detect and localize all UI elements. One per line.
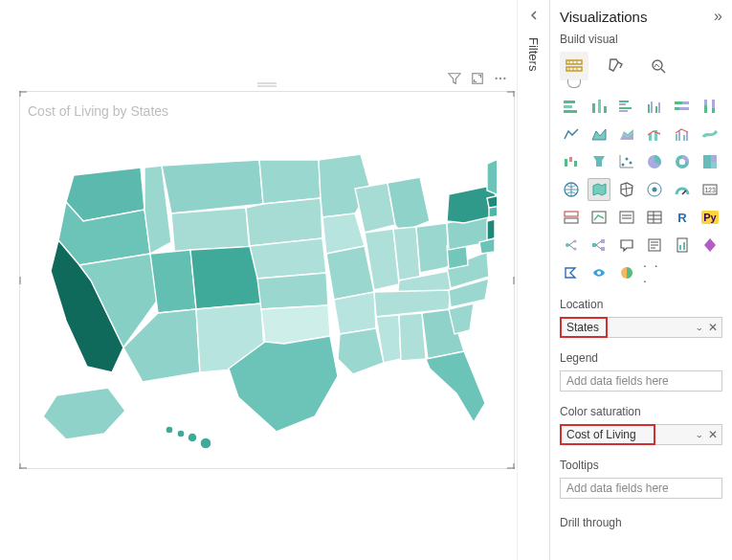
viz-map-icon[interactable] [560,178,583,201]
svg-rect-82 [592,212,606,223]
viz-paginated-report-icon[interactable] [671,234,694,257]
visual-drag-handle[interactable] [20,78,514,92]
viz-slicer-icon[interactable] [615,206,638,229]
viz-filled-map-icon[interactable] [588,178,610,201]
color-sat-value: Cost of Living [566,428,636,441]
svg-point-65 [630,162,632,165]
chevron-down-icon[interactable]: ⌄ [695,323,704,332]
tab-analytics[interactable] [644,52,673,80]
chevron-down-icon[interactable]: ⌄ [695,430,704,439]
svg-line-30 [654,64,656,67]
viz-gauge-icon[interactable] [671,178,694,201]
viz-100stacked-bar-icon[interactable] [671,95,694,118]
viz-line-icon[interactable] [560,123,583,146]
report-canvas[interactable]: Cost of Living by States [0,0,515,560]
tooltips-label: Tooltips [560,459,722,472]
viz-stacked-bar-icon[interactable] [560,95,583,118]
viz-goals-icon[interactable] [588,261,610,284]
svg-point-3 [495,78,497,79]
svg-rect-95 [592,243,596,247]
svg-rect-49 [679,107,689,110]
viz-area-icon[interactable] [588,123,610,146]
filters-pane-collapsed[interactable]: Filters [517,0,549,560]
viz-donut-icon[interactable] [671,150,694,173]
legend-placeholder: Add data fields here [566,374,669,388]
viz-stacked-column-icon[interactable] [588,95,610,118]
remove-field-icon[interactable]: ✕ [708,321,718,334]
state-ar [334,292,376,334]
focus-mode-icon[interactable] [470,71,485,86]
resize-handle[interactable] [505,277,515,284]
svg-point-5 [503,78,505,79]
viz-shape-map-icon[interactable] [615,178,638,201]
viz-pie-icon[interactable] [643,150,666,173]
viz-clustered-column-icon[interactable] [643,95,666,118]
svg-rect-56 [676,134,677,141]
viz-smart-narrative-icon[interactable] [643,234,666,257]
viz-clustered-bar-icon[interactable] [615,95,638,118]
viz-get-more-icon[interactable]: · · · [643,261,666,284]
viz-waterfall-icon[interactable] [560,150,583,173]
viz-qna-icon[interactable] [615,234,638,257]
viz-kpi-icon[interactable] [588,206,610,229]
viz-ribbon-icon[interactable] [699,123,721,146]
tooltips-field-well[interactable]: Add data fields here [560,478,722,499]
state-mt [162,160,263,213]
svg-rect-105 [679,245,681,250]
svg-point-90 [566,243,569,247]
viz-funnel-icon[interactable] [588,150,610,173]
viz-arcgis-icon[interactable] [615,261,638,284]
svg-rect-43 [651,101,653,113]
viz-stacked-area-icon[interactable] [615,123,638,146]
svg-line-77 [682,190,686,194]
tooltips-placeholder: Add data fields here [566,482,669,495]
filled-map-body[interactable] [33,140,500,459]
filter-icon[interactable] [447,71,462,86]
tab-format[interactable] [602,52,631,80]
viz-power-automate-icon[interactable] [560,261,583,284]
state-al [399,313,426,361]
svg-line-99 [596,245,601,249]
visual-toolbar [447,71,508,86]
map-visual[interactable]: Cost of Living by States [19,91,515,469]
viz-card-icon[interactable]: 123 [699,178,721,201]
resize-handle[interactable] [505,461,515,469]
expand-pane-icon[interactable]: » [714,8,722,25]
svg-rect-45 [658,102,660,113]
location-field-well[interactable]: States ⌄ ✕ [560,317,722,338]
svg-point-4 [499,78,501,79]
resize-handle[interactable] [19,277,29,284]
svg-point-17 [177,430,185,437]
svg-rect-41 [619,110,628,112]
viz-table-icon[interactable] [643,206,666,229]
remove-field-icon[interactable]: ✕ [708,428,718,441]
legend-field-well[interactable]: Add data fields here [560,370,722,392]
viz-line-stacked-column-icon[interactable] [643,123,666,146]
more-options-icon[interactable] [493,71,508,86]
viz-py-script-icon[interactable]: Py [699,206,721,229]
svg-rect-72 [711,155,717,162]
viz-multi-row-card-icon[interactable] [560,206,583,229]
state-oh [416,223,449,273]
tab-fields[interactable] [560,52,588,80]
viz-decomposition-tree-icon[interactable] [588,234,610,257]
legend-label: Legend [560,351,722,365]
expand-filters-icon[interactable] [528,10,540,24]
svg-rect-36 [598,100,601,113]
viz-treemap-icon[interactable] [699,150,721,173]
svg-rect-35 [592,103,595,113]
resize-handle[interactable] [19,461,29,469]
svg-text:123: 123 [704,187,716,193]
resize-handle[interactable] [19,91,29,99]
visualizations-pane: Visualizations » Build visual [549,0,732,560]
viz-scatter-icon[interactable] [615,150,638,173]
viz-power-apps-icon[interactable] [699,234,721,257]
viz-100stacked-column-icon[interactable] [699,95,721,118]
svg-point-64 [626,158,629,161]
viz-line-clustered-column-icon[interactable] [671,123,694,146]
viz-azure-map-icon[interactable] [643,178,666,201]
viz-key-influencers-icon[interactable] [560,234,583,257]
viz-r-script-icon[interactable]: R [671,206,694,229]
resize-handle[interactable] [505,91,515,99]
color-sat-field-well[interactable]: Cost of Living ⌄ ✕ [560,424,722,445]
